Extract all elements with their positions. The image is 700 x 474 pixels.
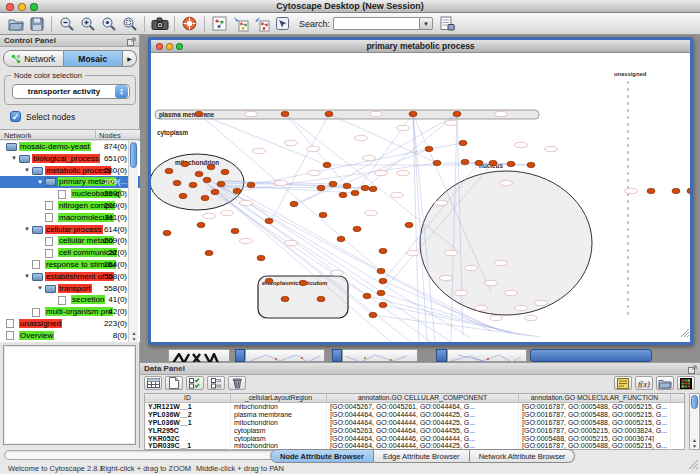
zoom-out-icon[interactable]	[56, 15, 77, 33]
graph-node[interactable]	[265, 278, 273, 283]
open-session-icon[interactable]	[5, 15, 26, 33]
graph-node[interactable]	[247, 182, 255, 187]
delete-attribute-icon[interactable]	[228, 376, 246, 390]
app-resize-grip[interactable]	[689, 455, 698, 473]
network-window-titlebar[interactable]: primary metabolic process	[151, 40, 690, 53]
node-color-combobox[interactable]: transporter activity ▲▼	[12, 84, 130, 99]
graph-node[interactable]	[317, 296, 325, 301]
graph-node[interactable]	[337, 236, 345, 241]
graph-node[interactable]	[369, 186, 377, 191]
graph-node[interactable]	[461, 159, 469, 164]
graph-node[interactable]	[527, 162, 535, 167]
matrix-view-icon[interactable]	[677, 376, 695, 390]
tab-network-attribute-browser[interactable]: Network Attribute Browser	[470, 449, 576, 463]
table-scrollbar-thumb[interactable]	[691, 395, 698, 409]
tree-row[interactable]: Overview8(0)	[0, 330, 140, 342]
background-window[interactable]	[168, 349, 230, 362]
overview-icon[interactable]	[209, 15, 230, 33]
tree-row[interactable]: secretion41(0)	[0, 294, 140, 306]
graph-node[interactable]	[221, 169, 229, 174]
network-view-window[interactable]: primary metabolic process plasma membran…	[148, 37, 693, 345]
table-row[interactable]: YKR052Ccytoplasm[GO:0044464, GO:0044446,…	[145, 435, 684, 443]
tree-column-nodes[interactable]: Nodes	[99, 131, 121, 140]
function-builder-icon[interactable]: f(x)	[635, 376, 653, 390]
column-header[interactable]: annotation.GO CELLULAR_COMPONENT	[327, 394, 519, 402]
table-row[interactable]: YPL036W__1mitochondrion[GO:0044464, GO:0…	[145, 419, 684, 427]
tab-overflow-arrow-icon[interactable]: ▶	[123, 50, 137, 67]
float-panel-icon[interactable]	[688, 365, 697, 376]
graph-node[interactable]	[323, 162, 331, 167]
graph-node[interactable]	[207, 164, 215, 169]
graph-node[interactable]	[201, 195, 209, 200]
tab-mosaic[interactable]: Mosaic	[64, 50, 124, 67]
zoom-selected-icon[interactable]	[98, 15, 119, 33]
tab-edge-attribute-browser[interactable]: Edge Attribute Browser	[374, 449, 470, 463]
zoom-in-icon[interactable]	[77, 15, 98, 33]
graph-node[interactable]	[377, 268, 385, 273]
graph-node[interactable]	[339, 192, 347, 197]
background-window-edge[interactable]	[332, 349, 342, 362]
graph-node[interactable]	[379, 278, 387, 283]
expand-arrow-icon[interactable]: ▼	[24, 167, 30, 173]
table-row[interactable]: YJR121W__1mitochondrion[GO:0045267, GO:0…	[145, 403, 684, 411]
graph-node[interactable]	[325, 111, 333, 116]
snapshot-icon[interactable]	[149, 15, 170, 33]
graph-node[interactable]	[379, 248, 387, 253]
tree-row[interactable]: unassigned223(0)	[0, 318, 140, 330]
graph-node[interactable]	[217, 181, 225, 186]
network-graph[interactable]: plasma membranecytoplasmmitochondrionnuc…	[151, 53, 690, 342]
expand-arrow-icon[interactable]: ▼	[11, 155, 17, 161]
graph-node[interactable]	[475, 160, 483, 165]
graph-node[interactable]	[233, 188, 241, 193]
table-row[interactable]: YLR295Ccytoplasm[GO:0045263, GO:0044464,…	[145, 427, 684, 435]
tree-row[interactable]: macromolecule311(0)	[0, 212, 140, 224]
graph-node[interactable]	[672, 188, 680, 193]
unselect-attributes-icon[interactable]	[207, 376, 225, 390]
tree-scrollbar-arrows[interactable]: ▲▼	[129, 330, 139, 342]
column-header[interactable]: _cellularLayoutRegion	[231, 394, 327, 402]
vizmapper-icon[interactable]	[272, 15, 293, 33]
search-dropdown-icon[interactable]: ▼	[419, 17, 433, 30]
graph-node[interactable]	[173, 180, 181, 185]
tree-row[interactable]: cell communicat22(0)	[0, 247, 140, 259]
background-window-edge[interactable]	[235, 349, 245, 362]
tree-row[interactable]: nitrogen compo209(0)	[0, 200, 140, 212]
node-attribute-table[interactable]: ID_cellularLayoutRegionannotation.GO CEL…	[144, 393, 685, 450]
attribute-table-icon[interactable]	[144, 376, 162, 390]
graph-node[interactable]	[189, 182, 197, 187]
tree-scrollbar[interactable]: ▲▼	[128, 141, 138, 342]
graph-node[interactable]	[205, 250, 213, 255]
open-attributes-icon[interactable]	[656, 376, 674, 390]
graph-node[interactable]	[265, 218, 273, 223]
background-window[interactable]	[342, 349, 418, 362]
tree-row[interactable]: cellular metabo209(0)	[0, 235, 140, 247]
tree-row[interactable]: ▼primary metabo209(...	[0, 176, 140, 188]
expand-arrow-icon[interactable]: ▼	[37, 179, 43, 185]
graph-node[interactable]	[377, 290, 385, 295]
zoom-fit-icon[interactable]	[119, 15, 140, 33]
graph-node[interactable]	[319, 212, 327, 217]
column-header[interactable]: ID	[145, 394, 231, 402]
graph-node[interactable]	[433, 160, 441, 165]
table-row[interactable]: YPL036W__2plasma membrane[GO:0044464, GO…	[145, 411, 684, 419]
annotation-export-icon[interactable]	[251, 15, 272, 33]
expand-arrow-icon[interactable]: ▼	[37, 285, 43, 291]
graph-node[interactable]	[425, 146, 433, 151]
graph-node[interactable]	[299, 280, 307, 285]
graph-node[interactable]	[351, 190, 359, 195]
tree-row[interactable]: ▼establishment of lo558(0)	[0, 271, 140, 283]
expand-arrow-icon[interactable]: ▼	[24, 226, 30, 232]
graph-node[interactable]	[165, 168, 173, 173]
tab-network[interactable]: Network	[3, 50, 64, 67]
search-input[interactable]	[333, 17, 419, 30]
table-scrollbar[interactable]: ▲▼	[689, 393, 700, 450]
tree-row[interactable]: ▼biological_process651(0)	[0, 153, 140, 165]
graph-node[interactable]	[329, 181, 337, 186]
graph-node[interactable]	[281, 111, 289, 116]
graph-node[interactable]	[489, 160, 497, 165]
graph-node[interactable]	[197, 222, 205, 227]
graph-node[interactable]	[231, 228, 239, 233]
float-panel-icon[interactable]	[127, 37, 136, 48]
graph-node[interactable]	[369, 312, 377, 317]
tree-row[interactable]: multi-organism pro42(0)	[0, 306, 140, 318]
